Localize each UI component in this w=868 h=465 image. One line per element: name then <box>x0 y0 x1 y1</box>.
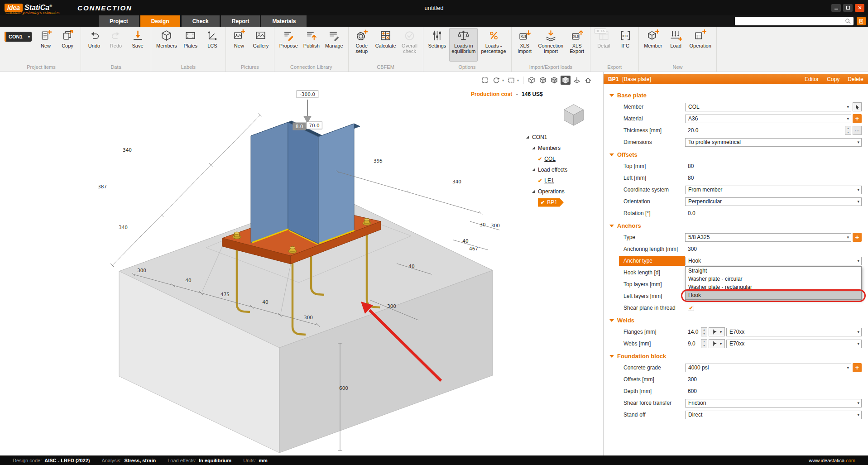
value-offsets-mm[interactable]: 300 <box>685 376 697 383</box>
stepper-up[interactable]: ▲ <box>701 328 707 332</box>
ribbon-button-propose[interactable]: Propose <box>277 28 300 62</box>
weld-type-button[interactable]: ▾ <box>709 339 725 348</box>
minimize-button[interactable] <box>831 4 841 12</box>
tree-item-operations[interactable]: Operations <box>526 186 601 197</box>
collapse-icon[interactable] <box>609 355 614 358</box>
tab-design[interactable]: Design <box>140 15 180 27</box>
ribbon-button-xls-export[interactable]: XLSXLS Export <box>566 28 587 62</box>
close-button[interactable] <box>855 4 864 12</box>
collapse-icon[interactable] <box>609 225 614 227</box>
value-flanges-mm[interactable]: 14.0 <box>685 329 700 335</box>
ribbon-button-operation[interactable]: Operation <box>687 28 714 62</box>
ribbon-button-redo[interactable]: Redo <box>106 28 126 62</box>
dropdown-coordinate-system[interactable]: From member▾ <box>685 186 862 194</box>
pick-member-button[interactable] <box>853 102 862 111</box>
tab-project[interactable]: Project <box>99 15 139 27</box>
stepper-down[interactable]: ▼ <box>701 344 707 348</box>
ribbon-button-code-setup[interactable]: Code setup <box>351 28 372 62</box>
checkbox-shear-plane-in-thread[interactable]: ✔ <box>688 305 694 311</box>
view-cube-faces-button[interactable] <box>538 76 548 85</box>
ribbon-button-member[interactable]: Member <box>642 28 664 62</box>
view-cube-edges-button[interactable] <box>549 76 559 85</box>
dropdown-option-hook[interactable]: Hook <box>686 291 861 299</box>
ribbon-button-save[interactable]: Save <box>127 28 148 62</box>
expander-icon[interactable] <box>532 168 535 171</box>
view-section-button[interactable] <box>506 76 516 85</box>
ribbon-button-loads-percentage[interactable]: Loads - percentage <box>479 28 508 62</box>
stepper-down[interactable]: ▼ <box>845 130 851 134</box>
ribbon-button-undo[interactable]: Undo <box>84 28 105 62</box>
value-left-mm[interactable]: 80 <box>685 175 694 181</box>
tab-materials[interactable]: Materials <box>261 15 307 27</box>
props-action-editor[interactable]: Editor <box>805 76 819 82</box>
dropdown-orientation[interactable]: Perpendicular▾ <box>685 197 862 206</box>
dropdown-flanges-mm-material[interactable]: E70xx▾ <box>726 328 862 336</box>
view-clip-plane-button[interactable] <box>572 76 582 85</box>
view-cube-solid-button[interactable] <box>561 76 571 85</box>
ribbon-button-calculate[interactable]: Calculate <box>373 28 398 62</box>
ribbon-button-detail[interactable]: BETADetail <box>593 28 614 62</box>
ribbon-button-new[interactable]: New <box>35 28 56 62</box>
dropdown-member[interactable]: COL▾ <box>685 103 851 111</box>
ribbon-button-copy[interactable]: Copy <box>57 28 78 62</box>
ribbon-button-manage[interactable]: Manage <box>323 28 345 62</box>
value-anchoring-length-mm[interactable]: 300 <box>685 246 697 252</box>
view-orbit-button[interactable] <box>491 76 501 85</box>
ribbon-button-settings[interactable]: Settings <box>426 28 449 62</box>
stepper[interactable]: ▲▼ <box>701 339 707 348</box>
stepper-up[interactable]: ▲ <box>701 340 707 344</box>
app-badge-button[interactable] <box>857 17 866 25</box>
ribbon-button-overall-check[interactable]: Overall check <box>399 28 420 62</box>
stepper-up[interactable]: ▲ <box>845 126 851 130</box>
collapse-icon[interactable] <box>609 153 614 156</box>
dropdown-concrete-grade[interactable]: 4000 psi▾ <box>685 364 851 372</box>
dropdown-stand-off[interactable]: Direct▾ <box>685 411 862 419</box>
dropdown-option-straight[interactable]: Straight <box>686 267 861 275</box>
model-canvas[interactable]: -300.08.070.0340387340300404754030039534… <box>0 72 603 455</box>
dropdown-option-washer-plate-circular[interactable]: Washer plate - circular <box>686 275 861 283</box>
website-link[interactable]: www.ideastatica.com <box>809 458 855 463</box>
ribbon-button-connection-import[interactable]: Connection Import <box>536 28 566 62</box>
dropdown-dimensions[interactable]: To profile symmetrical▾ <box>685 138 862 147</box>
ribbon-button-xls-import[interactable]: XLSXLS Import <box>514 28 535 62</box>
value-rotation[interactable]: 0.0 <box>685 210 695 216</box>
dropdown-option-washer-plate-rectangular[interactable]: Washer plate - rectangular <box>686 283 861 291</box>
chevron-down-icon[interactable]: ▾ <box>502 78 504 82</box>
ribbon-button-loads-in-equilibrium[interactable]: Loads in equilibrium <box>449 28 478 62</box>
value-top-mm[interactable]: 80 <box>685 163 694 169</box>
dropdown-type[interactable]: 5/8 A325▾ <box>685 233 851 242</box>
add-material-button[interactable]: + <box>853 114 862 123</box>
tab-check[interactable]: Check <box>182 15 220 27</box>
tree-item-load-effects[interactable]: Load effects <box>526 164 601 175</box>
dropdown-anchor-type[interactable]: Hook▾ <box>685 257 862 265</box>
dropdown-material[interactable]: A36▾ <box>685 115 851 123</box>
navigation-cube[interactable] <box>560 99 588 127</box>
value-webs-mm[interactable]: 9.0 <box>685 340 700 347</box>
props-action-delete[interactable]: Delete <box>848 76 863 82</box>
view-expand-button[interactable] <box>480 76 490 85</box>
stepper-down[interactable]: ▼ <box>701 332 707 336</box>
collapse-icon[interactable] <box>609 319 614 322</box>
ribbon-button-ifc[interactable]: IFCIFC <box>615 28 636 62</box>
stepper[interactable]: ▲▼ <box>701 327 707 336</box>
tree-item-bp1[interactable]: ✔BP1 <box>526 197 601 208</box>
expander-icon[interactable] <box>526 136 529 139</box>
ribbon-button-plates[interactable]: Plates <box>180 28 201 62</box>
tree-item-le1[interactable]: ✔LE1 <box>526 175 601 186</box>
ribbon-button-lcs[interactable]: LCS <box>202 28 223 62</box>
ribbon-button-publish[interactable]: Publish <box>301 28 322 62</box>
add-concrete-grade-button[interactable]: + <box>853 363 862 372</box>
value-thickness-mm[interactable]: 20.0 <box>685 127 698 134</box>
view-home-button[interactable] <box>583 76 593 85</box>
tab-report[interactable]: Report <box>221 15 260 27</box>
tree-item-col[interactable]: ✔COL <box>526 153 601 164</box>
expander-icon[interactable] <box>532 147 535 149</box>
view-cube-wire-button[interactable] <box>527 76 537 85</box>
props-action-copy[interactable]: Copy <box>827 76 839 82</box>
tree-item-members[interactable]: Members <box>526 143 601 153</box>
connection-selector[interactable]: CON1▾ <box>5 32 32 42</box>
ribbon-button-new[interactable]: New <box>229 28 249 62</box>
weld-type-button[interactable]: ▾ <box>709 327 725 336</box>
search-input[interactable] <box>738 18 845 24</box>
tree-item-con1[interactable]: CON1 <box>526 132 601 143</box>
